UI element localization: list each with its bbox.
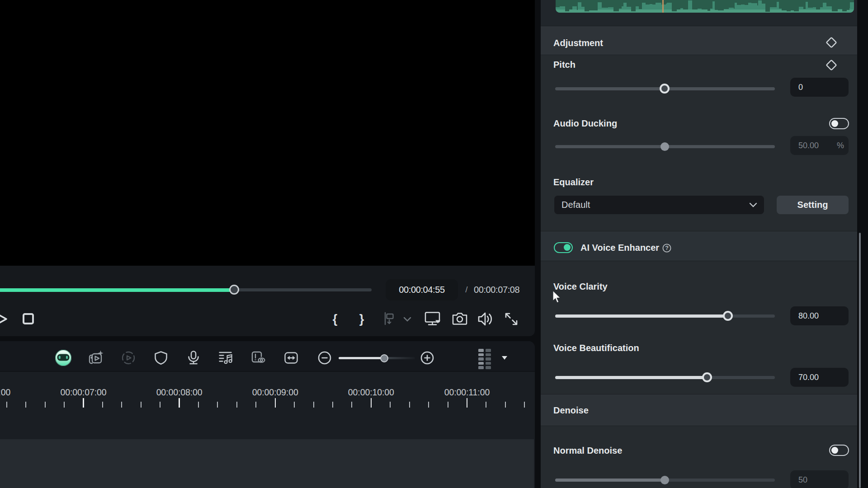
svg-text:?: ? xyxy=(665,245,669,251)
